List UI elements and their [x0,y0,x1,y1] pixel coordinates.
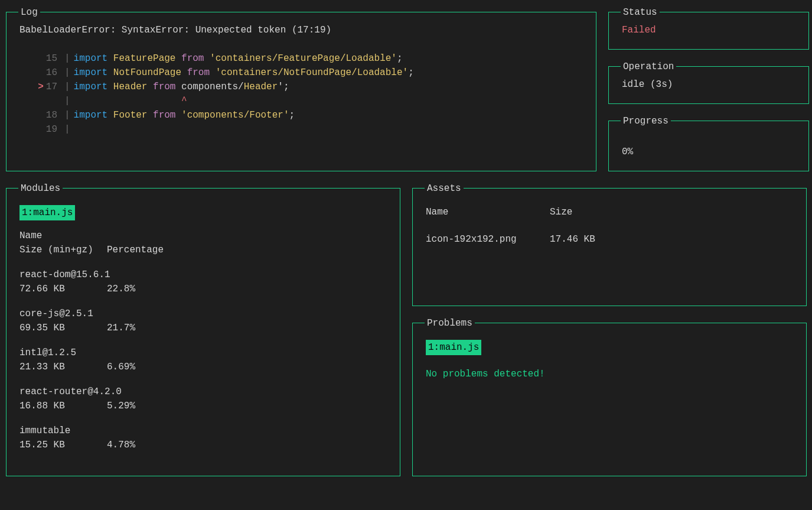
problems-badge[interactable]: 1:main.js [426,340,481,355]
operation-value: idle (3s) [622,77,795,92]
asset-row: icon-192x192.png17.46 KB [426,232,793,246]
log-gutter-error: >17 [19,80,61,94]
log-token: ; [289,108,295,122]
modules-header-size: Size (min+gz) [19,243,107,257]
log-gutter-pipe: | [61,66,74,80]
log-code-block: 15|import FeaturePage from 'containers/F… [19,51,583,137]
modules-header-name: Name [19,229,387,243]
log-token: Footer [113,108,148,122]
module-percent: 22.8% [107,282,135,296]
module-percent: 5.29% [107,399,135,413]
log-token: Header [113,80,148,94]
operation-panel: Operation idle (3s) [608,66,809,104]
modules-header-pct: Percentage [107,243,164,257]
log-token: ; [397,51,403,66]
log-gutter: 15 [19,51,61,66]
log-gutter [19,94,61,108]
log-token: import [74,66,113,80]
module-percent: 21.7% [107,321,135,335]
log-caret-line: | ^ [19,94,583,108]
log-caret: ^ [74,94,187,108]
module-size: 15.25 KB [19,438,107,452]
assets-headers: Name Size [426,205,793,219]
log-token [147,80,153,94]
log-token: Header [244,80,278,94]
log-code-line: 16|import NotFoundPage from 'containers/… [19,66,583,80]
log-token: import [74,108,113,122]
module-size: 69.35 KB [19,321,107,335]
module-name: core-js@2.5.1 [19,307,387,321]
log-token: import [74,80,113,94]
module-percent: 6.69% [107,360,135,374]
log-token: FeaturePage [113,51,176,66]
modules-list: react-dom@15.6.172.66 KB22.8%core-js@2.5… [19,268,387,452]
log-token: from [153,80,175,94]
assets-header-size: Size [550,205,572,219]
log-gutter: 16 [19,66,61,80]
log-token: '; [278,80,289,94]
asset-size: 17.46 KB [550,232,595,246]
problems-message: No problems detected! [426,367,793,381]
log-gutter-pipe: | [61,122,74,137]
log-token: from [153,108,175,122]
log-error-header: BabelLoaderError: SyntaxError: Unexpecte… [19,23,583,37]
log-token: NotFoundPage [113,66,181,80]
module-percent: 4.78% [107,438,135,452]
log-code-line: 18|import Footer from 'components/Footer… [19,108,583,122]
log-gutter-pipe: | [61,80,74,94]
log-token: ; [408,66,414,80]
log-panel-title: Log [18,5,40,20]
log-token [175,80,181,94]
modules-headers: Name Size (min+gz) Percentage [19,229,387,257]
modules-panel-title: Modules [18,181,63,196]
progress-value: 0% [622,145,795,159]
module-name: immutable [19,424,387,438]
log-token [147,108,153,122]
problems-panel-title: Problems [425,316,475,330]
log-gutter-pipe: | [61,51,74,66]
problems-panel: Problems 1:main.js No problems detected! [412,323,807,476]
progress-panel: Progress 0% [608,121,809,171]
log-token: 'containers/NotFoundPage/Loadable' [216,66,408,80]
status-value: Failed [622,23,795,37]
module-entry: immutable15.25 KB4.78% [19,424,387,452]
log-code-line: >17|import Header from components/Header… [19,80,583,94]
log-token: import [74,51,113,66]
modules-panel: Modules 1:main.js Name Size (min+gz) Per… [6,188,400,476]
log-code-line: 19| [19,122,583,137]
log-token [204,51,210,66]
modules-badge[interactable]: 1:main.js [19,205,75,220]
log-gutter: 18 [19,108,61,122]
module-entry: core-js@2.5.169.35 KB21.7% [19,307,387,335]
log-code-line: 15|import FeaturePage from 'containers/F… [19,51,583,66]
log-token: components [181,80,238,94]
log-token [175,51,181,66]
module-name: react-router@4.2.0 [19,385,387,399]
log-token [181,66,187,80]
operation-panel-title: Operation [621,60,676,74]
assets-panel: Assets Name Size icon-192x192.png17.46 K… [412,188,807,306]
log-token [210,66,216,80]
assets-panel-title: Assets [425,181,464,196]
log-token: 'components/Footer' [181,108,289,122]
module-name: react-dom@15.6.1 [19,268,387,282]
assets-list: icon-192x192.png17.46 KB [426,232,793,246]
log-panel: Log BabelLoaderError: SyntaxError: Unexp… [6,12,596,171]
module-entry: intl@1.2.521.33 KB6.69% [19,346,387,374]
module-size: 21.33 KB [19,360,107,374]
asset-name: icon-192x192.png [426,232,550,246]
log-token: 'containers/FeaturePage/Loadable' [210,51,397,66]
status-panel-title: Status [621,5,660,20]
log-gutter: 19 [19,122,61,137]
log-token [175,108,181,122]
log-gutter-pipe: | [61,108,74,122]
progress-panel-title: Progress [621,114,671,128]
log-token: from [187,66,210,80]
log-token: from [181,51,204,66]
module-name: intl@1.2.5 [19,346,387,360]
module-entry: react-router@4.2.016.88 KB5.29% [19,385,387,413]
assets-header-name: Name [426,205,550,219]
module-size: 72.66 KB [19,282,107,296]
log-gutter-pipe: | [61,94,74,108]
status-panel: Status Failed [608,12,809,50]
